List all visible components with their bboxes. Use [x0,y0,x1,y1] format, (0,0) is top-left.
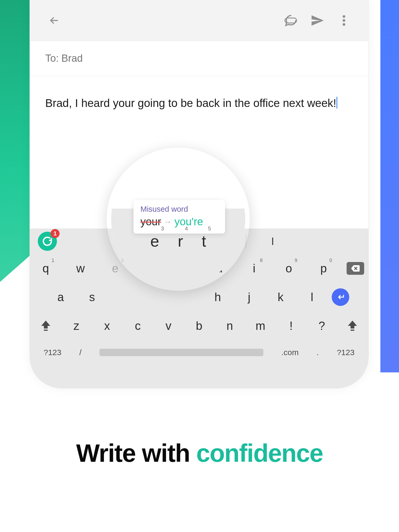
slash-key[interactable]: / [79,348,81,357]
svg-rect-5 [351,330,354,331]
card-title: Misused word [140,205,218,214]
com-key[interactable]: .com [281,348,299,357]
overflow-menu-icon[interactable] [336,13,352,28]
key-b[interactable]: b [187,314,211,338]
compose-toolbar [30,0,368,41]
background-accent-blue [380,0,399,372]
key-k[interactable]: k [269,285,292,309]
background-accent-green [0,0,32,282]
magnifier-lens: Misused word your → you're e3 r4 t5 [106,147,250,291]
key-o[interactable]: o9 [277,257,301,280]
key-h[interactable]: h [206,285,230,309]
key-s[interactable]: s [80,285,104,309]
enter-key[interactable] [332,288,349,306]
symbols-key-right[interactable]: ?123 [337,348,355,357]
key-x[interactable]: x [95,314,119,338]
wrong-word: your [140,216,161,228]
key-v[interactable]: v [157,314,180,338]
backspace-key[interactable] [347,262,364,275]
svg-point-2 [343,19,345,22]
key-m[interactable]: m [249,314,272,338]
lens-keys: e3 r4 t5 [111,232,245,250]
key-question[interactable]: ? [310,314,334,338]
key-hidden-d[interactable] [112,285,135,309]
key-row-3: z x c v b n m ! ? [34,311,364,340]
recipient-row[interactable]: To: Brad [30,41,368,76]
period-key[interactable]: . [317,348,319,357]
message-text: Brad, I heard your going to be back in t… [45,97,336,109]
attachment-icon[interactable] [283,13,299,28]
lens-key-e[interactable]: e3 [150,232,159,250]
key-a[interactable]: a [49,285,72,309]
send-icon[interactable] [309,13,325,28]
lens-key-r[interactable]: r4 [178,232,183,250]
svg-rect-0 [285,18,297,23]
key-exclaim[interactable]: ! [279,314,303,338]
key-j[interactable]: j [238,285,261,309]
shift-key-left[interactable] [34,316,57,335]
key-n[interactable]: n [218,314,242,338]
key-l[interactable]: l [300,285,324,309]
arrow-icon: → [164,217,172,226]
phone-frame: To: Brad Brad, I heard your going to be … [30,0,369,388]
key-w[interactable]: w [69,257,92,280]
back-icon[interactable] [46,13,62,28]
tagline-before: Write with [76,439,196,467]
suggestion-item[interactable]: I [257,235,289,247]
tagline: Write with confidence [0,439,399,468]
svg-point-3 [343,23,345,26]
lens-key-t[interactable]: t5 [202,232,206,250]
spacebar-key[interactable] [99,349,263,356]
to-label: To: [45,53,59,64]
tagline-accent: confidence [196,439,323,467]
key-c[interactable]: c [126,314,149,338]
key-p[interactable]: p0 [312,257,335,280]
correction-card[interactable]: Misused word your → you're [134,200,225,234]
shift-key-right[interactable] [341,316,364,335]
svg-rect-4 [44,330,48,331]
key-z[interactable]: z [65,314,88,338]
correct-word: you're [174,216,203,228]
text-cursor [336,97,337,109]
symbols-key-left[interactable]: ?123 [44,348,61,357]
svg-point-1 [343,15,345,18]
key-q[interactable]: q1 [34,257,57,280]
notification-badge: 1 [51,229,60,238]
recipient-name: Brad [61,53,83,64]
grammarly-badge[interactable]: 1 [38,232,57,251]
key-i[interactable]: i8 [242,257,266,280]
key-row-bottom: ?123 / .com . ?123 [34,340,364,365]
